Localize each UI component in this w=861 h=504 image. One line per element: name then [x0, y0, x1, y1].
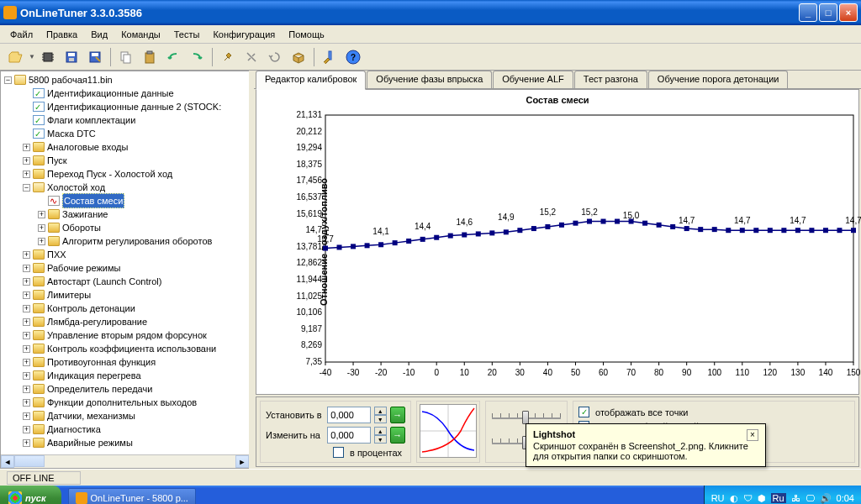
minimize-button[interactable]: _ — [799, 3, 817, 22]
tree-item[interactable]: Идентификационные данные — [47, 87, 174, 100]
tree-root[interactable]: 5800 рабочая11.bin — [29, 73, 113, 87]
tree-item[interactable]: Рабочие режимы — [47, 261, 120, 275]
tab-4[interactable]: Обучение порога детонации — [648, 71, 789, 89]
menu-Вид[interactable]: Вид — [84, 28, 114, 41]
connect-button[interactable] — [217, 46, 239, 68]
tray-icon[interactable]: 🔊 — [820, 493, 832, 504]
lang-indicator[interactable]: RU — [711, 493, 725, 503]
expander-icon[interactable]: + — [23, 332, 30, 339]
start-button[interactable]: пуск — [0, 486, 61, 504]
menu-Помощь[interactable]: Помощь — [282, 28, 331, 41]
tab-2[interactable]: Обучение ALF — [493, 71, 573, 89]
tree-item[interactable]: Контроль коэффициента использовани — [47, 342, 216, 355]
expander-icon[interactable]: + — [23, 359, 30, 366]
change-spinner[interactable]: ▲▼ — [374, 427, 387, 444]
change-value-input[interactable]: 0,000 — [327, 427, 371, 444]
maximize-button[interactable]: □ — [819, 3, 837, 22]
tray-icon[interactable]: 🛡︎ — [743, 493, 753, 503]
tree-scrollbar[interactable]: ◄► — [1, 454, 249, 468]
tray-icon[interactable]: ⬢ — [758, 493, 766, 504]
expander-icon[interactable]: + — [23, 426, 30, 433]
taskbar-app-button[interactable]: OnLineTuner - 5800 р... — [68, 488, 196, 504]
lightshot-tooltip[interactable]: × Lightshot Скриншот сохранён в Screensh… — [526, 423, 766, 467]
tree-item[interactable]: Переход Пуск - Холостой ход — [47, 167, 172, 181]
box-button[interactable] — [288, 46, 309, 68]
menu-Правка[interactable]: Правка — [40, 28, 84, 41]
tree-item[interactable]: Маска DTC — [47, 127, 96, 140]
tab-3[interactable]: Тест разгона — [574, 71, 647, 89]
tree-item[interactable]: Датчики, механизмы — [47, 409, 135, 423]
system-tray[interactable]: RU ◐ 🛡︎ ⬢ Ru 🖧 🖵 🔊 0:04 — [704, 486, 861, 504]
chip-button[interactable] — [37, 46, 59, 68]
copy-button[interactable] — [115, 46, 137, 68]
tree-item[interactable]: Контроль детонации — [47, 302, 135, 315]
expander-icon[interactable]: + — [23, 372, 30, 380]
clock[interactable]: 0:04 — [837, 493, 854, 503]
tree-item[interactable]: Определитель передачи — [47, 382, 152, 396]
tree-item[interactable]: Аналоговые входы — [47, 140, 128, 154]
tree-item[interactable]: Флаги комплектации — [47, 113, 135, 127]
tray-icon[interactable]: 🖵 — [806, 493, 815, 503]
expander-icon[interactable]: − — [4, 76, 12, 84]
tree-item[interactable]: Пуск — [47, 154, 67, 167]
expander-icon[interactable]: + — [23, 318, 30, 326]
tray-icon[interactable]: Ru — [771, 493, 786, 503]
tree-item[interactable]: Состав смеси — [62, 193, 124, 208]
set-spinner[interactable]: ▲▼ — [374, 407, 387, 423]
expander-icon[interactable]: + — [23, 291, 30, 299]
refresh-button[interactable] — [264, 46, 286, 68]
menu-Файл[interactable]: Файл — [3, 28, 40, 41]
expander-icon[interactable]: + — [23, 171, 30, 178]
slider-1[interactable] — [489, 407, 564, 424]
tree-item[interactable]: Обороты — [62, 221, 101, 234]
expander-icon[interactable]: + — [23, 439, 30, 447]
tab-0[interactable]: Редактор калибровок — [256, 71, 366, 90]
tree-item[interactable]: Зажигание — [62, 207, 108, 221]
help-button[interactable]: ? — [342, 46, 364, 68]
tree-item[interactable]: Аварийные режимы — [47, 436, 133, 449]
settings-button[interactable] — [319, 46, 341, 68]
tree-item[interactable]: Управление вторым рядом форсунок — [47, 328, 207, 342]
paste-button[interactable] — [139, 46, 161, 68]
expander-icon[interactable]: − — [23, 184, 30, 192]
percent-checkbox[interactable]: в процентах — [333, 447, 402, 458]
tree-item[interactable]: ПХХ — [47, 248, 66, 261]
expander-icon[interactable]: + — [23, 251, 30, 259]
tree-item[interactable]: Лимитеры — [47, 288, 91, 302]
open-button[interactable] — [5, 46, 27, 68]
tree-item[interactable]: Лямбда-регулирование — [47, 315, 147, 328]
tab-1[interactable]: Обучение фазы впрыска — [367, 71, 492, 89]
menu-Конфигурация[interactable]: Конфигурация — [206, 28, 282, 41]
tooltip-close-button[interactable]: × — [747, 429, 758, 441]
expander-icon[interactable]: + — [38, 211, 45, 218]
tree-item[interactable]: Функции дополнительных выходов — [47, 396, 197, 409]
tree-item[interactable]: Алгоритм регулирования оборотов — [62, 234, 212, 248]
show-all-checkbox[interactable]: ✓отображать все точки — [578, 407, 849, 417]
menu-Тесты[interactable]: Тесты — [167, 28, 207, 41]
expander-icon[interactable]: + — [23, 305, 30, 312]
tree-item[interactable]: Диагностика — [47, 423, 101, 436]
tree-item[interactable]: Идентификационные данные 2 (STOCK: — [47, 100, 221, 113]
expander-icon[interactable]: + — [23, 144, 30, 151]
expander-icon[interactable]: + — [23, 386, 30, 393]
expander-icon[interactable]: + — [38, 238, 45, 245]
saveas-button[interactable] — [84, 46, 106, 68]
tree-item[interactable]: Автостарт (Launch Control) — [47, 275, 161, 288]
menu-Команды[interactable]: Команды — [114, 28, 167, 41]
undo-button[interactable] — [162, 46, 184, 68]
redo-button[interactable] — [186, 46, 208, 68]
tray-icon[interactable]: 🖧 — [791, 493, 800, 503]
expander-icon[interactable]: + — [23, 412, 30, 420]
expander-icon[interactable]: + — [23, 345, 30, 353]
expander-icon[interactable]: + — [23, 278, 30, 286]
tree-item[interactable]: Холостой ход — [47, 181, 105, 194]
close-button[interactable]: × — [839, 3, 858, 22]
change-apply-button[interactable]: → — [390, 427, 405, 444]
set-value-input[interactable]: 0,000 — [327, 407, 371, 423]
tray-icon[interactable]: ◐ — [730, 493, 738, 504]
set-apply-button[interactable]: → — [390, 407, 405, 423]
save-button[interactable] — [61, 46, 82, 68]
expander-icon[interactable]: + — [38, 224, 45, 232]
expander-icon[interactable]: + — [23, 265, 30, 272]
tree-item[interactable]: Противоугонная функция — [47, 355, 156, 369]
